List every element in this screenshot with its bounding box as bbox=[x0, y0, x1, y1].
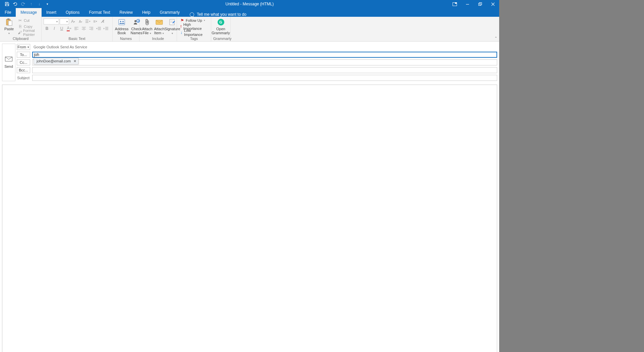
next-item-icon[interactable]: ↓ bbox=[36, 0, 43, 8]
from-button[interactable]: From▼ bbox=[17, 44, 30, 50]
tab-format-text[interactable]: Format Text bbox=[84, 8, 115, 17]
lightbulb-icon bbox=[190, 12, 194, 17]
ribbon-tabs: File Message Insert Options Format Text … bbox=[0, 8, 499, 17]
low-importance-button[interactable]: ↓Low Importance bbox=[179, 30, 209, 36]
open-grammarly-button[interactable]: G Open Grammarly bbox=[213, 17, 228, 36]
tab-file[interactable]: File bbox=[0, 8, 16, 17]
suggestion-text: johnDoe@email.com bbox=[37, 59, 71, 63]
paintbrush-icon: 🖌 bbox=[18, 30, 22, 35]
svg-rect-8 bbox=[119, 19, 125, 25]
cc-button[interactable]: Cc... bbox=[17, 59, 30, 65]
clear-formatting-button[interactable]: A̸ bbox=[99, 18, 106, 24]
quick-access-toolbar: ↑ ↓ ▾ bbox=[0, 0, 51, 8]
exclamation-icon: ! bbox=[180, 24, 182, 29]
svg-point-11 bbox=[134, 20, 136, 22]
group-label-tags: Tags bbox=[179, 37, 209, 41]
font-color-button[interactable]: A▾ bbox=[66, 26, 72, 32]
svg-rect-7 bbox=[8, 21, 12, 26]
subject-label: Subject bbox=[17, 76, 30, 80]
italic-button[interactable]: I bbox=[51, 26, 58, 32]
align-right-button[interactable] bbox=[88, 26, 95, 32]
customize-qat-icon[interactable]: ▾ bbox=[44, 0, 51, 8]
decrease-indent-button[interactable] bbox=[95, 26, 102, 32]
font-name-selector[interactable] bbox=[44, 18, 59, 24]
autocomplete-suggestion[interactable]: johnDoe@email.com ✕ bbox=[34, 58, 78, 64]
align-center-button[interactable] bbox=[80, 26, 87, 32]
cc-input[interactable] bbox=[32, 59, 497, 65]
send-button[interactable]: Send bbox=[2, 44, 15, 81]
svg-rect-4 bbox=[479, 2, 482, 5]
redo-icon[interactable] bbox=[19, 0, 27, 8]
attach-item-button[interactable]: Attach Item ▼ bbox=[154, 17, 165, 36]
shrink-font-button[interactable]: A▾ bbox=[77, 18, 84, 24]
bold-button[interactable]: B bbox=[44, 26, 50, 32]
message-body[interactable] bbox=[2, 85, 497, 352]
desktop-background bbox=[499, 0, 644, 352]
attach-file-button[interactable]: Attach File ▼ bbox=[141, 17, 153, 36]
address-book-button[interactable]: Address Book bbox=[115, 17, 129, 36]
title-bar: ↑ ↓ ▾ Untitled - Message (HTML) bbox=[0, 0, 499, 8]
tell-me-placeholder: Tell me what you want to do bbox=[197, 12, 246, 17]
previous-item-icon[interactable]: ↑ bbox=[27, 0, 35, 8]
subject-input[interactable] bbox=[32, 75, 497, 81]
address-book-icon bbox=[118, 18, 126, 26]
tab-options[interactable]: Options bbox=[61, 8, 84, 17]
svg-point-10 bbox=[122, 21, 124, 22]
font-size-selector[interactable] bbox=[60, 18, 69, 24]
bullets-button[interactable]: ☰▾ bbox=[84, 18, 91, 24]
undo-icon[interactable] bbox=[11, 0, 19, 8]
group-label-clipboard: Clipboard bbox=[2, 37, 39, 41]
copy-icon: ⎘ bbox=[18, 24, 22, 29]
save-icon[interactable] bbox=[3, 0, 11, 8]
group-label-names: Names bbox=[115, 37, 137, 41]
group-label-include: Include bbox=[141, 37, 175, 41]
attach-item-icon bbox=[155, 18, 163, 26]
increase-indent-button[interactable] bbox=[103, 26, 109, 32]
svg-rect-1 bbox=[455, 3, 457, 4]
close-icon[interactable] bbox=[486, 0, 499, 8]
grammarly-icon: G bbox=[218, 19, 224, 26]
tab-insert[interactable]: Insert bbox=[42, 8, 61, 17]
to-input[interactable] bbox=[32, 52, 497, 58]
down-arrow-icon: ↓ bbox=[180, 30, 182, 35]
numbering-button[interactable]: ≡▾ bbox=[92, 18, 99, 24]
grow-font-button[interactable]: A▴ bbox=[70, 18, 76, 24]
group-label-grammarly: Grammarly bbox=[213, 37, 228, 41]
bcc-input[interactable] bbox=[32, 67, 497, 73]
svg-point-9 bbox=[120, 21, 121, 22]
collapse-ribbon-icon[interactable]: ⌃ bbox=[494, 36, 497, 40]
format-painter-button[interactable]: 🖌Format Painter bbox=[17, 30, 39, 36]
scissors-icon: ✂ bbox=[18, 18, 22, 23]
underline-button[interactable]: U bbox=[58, 26, 65, 32]
minimize-icon[interactable] bbox=[461, 0, 474, 8]
ribbon: Paste▼ ✂Cut ⎘Copy 🖌Format Painter Clipbo… bbox=[0, 17, 499, 42]
from-value: Google Outlook Send As Service bbox=[32, 45, 497, 49]
tab-message[interactable]: Message bbox=[16, 8, 42, 17]
svg-rect-3 bbox=[478, 3, 481, 5]
signature-icon bbox=[168, 18, 176, 26]
dismiss-suggestion-icon[interactable]: ✕ bbox=[73, 59, 76, 63]
svg-rect-6 bbox=[7, 18, 9, 20]
paste-icon bbox=[5, 18, 13, 26]
ribbon-display-options-icon[interactable] bbox=[448, 0, 461, 8]
window-title: Untitled - Message (HTML) bbox=[225, 2, 274, 6]
to-button[interactable]: To... bbox=[17, 52, 30, 58]
compose-header: Send From▼ Google Outlook Send As Servic… bbox=[0, 42, 499, 83]
group-label-basic-text: Basic Text bbox=[44, 37, 110, 41]
tab-help[interactable]: Help bbox=[137, 8, 155, 17]
cut-button[interactable]: ✂Cut bbox=[17, 17, 39, 23]
bcc-button[interactable]: Bcc... bbox=[17, 67, 30, 73]
tab-review[interactable]: Review bbox=[115, 8, 137, 17]
maximize-icon[interactable] bbox=[474, 0, 486, 8]
align-left-button[interactable] bbox=[73, 26, 80, 32]
flag-icon: ⚑ bbox=[180, 18, 184, 23]
paperclip-icon bbox=[143, 18, 151, 26]
tab-grammarly[interactable]: Grammarly bbox=[155, 8, 184, 17]
tell-me-search[interactable]: Tell me what you want to do bbox=[184, 12, 246, 17]
send-icon bbox=[5, 57, 12, 62]
paste-button[interactable]: Paste▼ bbox=[2, 17, 16, 36]
